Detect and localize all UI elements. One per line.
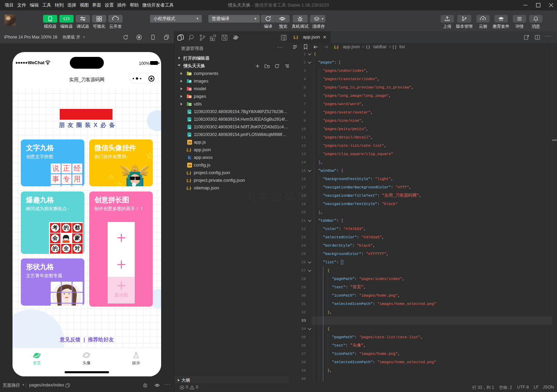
svg-text:考个啥班: 考个啥班: [63, 241, 69, 243]
